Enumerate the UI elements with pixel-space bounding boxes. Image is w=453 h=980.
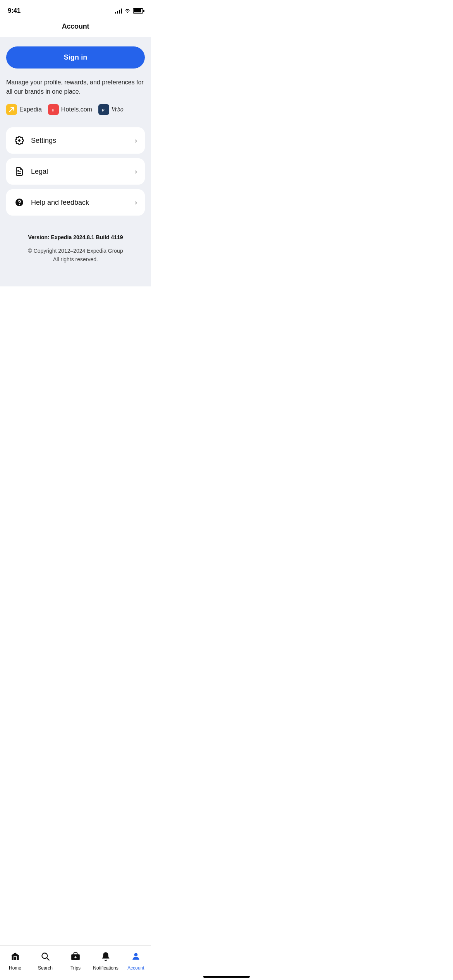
copyright-text: © Copyright 2012–2024 Expedia GroupAll r… bbox=[12, 247, 139, 264]
menu-list: Settings › Legal › bbox=[6, 127, 145, 216]
brand-expedia: Expedia bbox=[6, 104, 42, 115]
svg-text:H: H bbox=[51, 108, 54, 112]
settings-label: Settings bbox=[31, 137, 56, 145]
legal-label: Legal bbox=[31, 168, 48, 176]
help-label: Help and feedback bbox=[31, 199, 89, 207]
main-content: Sign in Manage your profile, rewards, an… bbox=[0, 37, 151, 286]
version-text: Version: Expedia 2024.8.1 Build 4119 bbox=[12, 234, 139, 240]
version-section: Version: Expedia 2024.8.1 Build 4119 © C… bbox=[6, 234, 145, 264]
help-chevron: › bbox=[135, 199, 137, 207]
settings-item-left: Settings bbox=[14, 135, 56, 146]
legal-icon bbox=[14, 166, 25, 177]
battery-icon bbox=[133, 8, 143, 14]
signal-icon bbox=[115, 8, 122, 14]
help-icon bbox=[14, 197, 25, 208]
brand-vrbo: V Vrbo bbox=[98, 104, 124, 115]
settings-menu-item[interactable]: Settings › bbox=[6, 127, 145, 154]
help-item-left: Help and feedback bbox=[14, 197, 89, 208]
status-time: 9:41 bbox=[8, 7, 21, 15]
legal-chevron: › bbox=[135, 168, 137, 176]
hotels-label: Hotels.com bbox=[61, 106, 92, 113]
help-menu-item[interactable]: Help and feedback › bbox=[6, 189, 145, 216]
settings-chevron: › bbox=[135, 137, 137, 145]
vrbo-logo: V bbox=[98, 104, 109, 115]
page-title: Account bbox=[62, 22, 89, 30]
expedia-logo bbox=[6, 104, 17, 115]
status-icons bbox=[115, 8, 143, 14]
settings-icon bbox=[14, 135, 25, 146]
status-bar: 9:41 bbox=[0, 0, 151, 19]
brands-row: Expedia H Hotels.com V Vrbo bbox=[6, 104, 145, 115]
vrbo-label: Vrbo bbox=[112, 106, 124, 113]
signin-button[interactable]: Sign in bbox=[6, 46, 145, 69]
hotels-logo: H bbox=[48, 104, 59, 115]
brand-hotels: H Hotels.com bbox=[48, 104, 92, 115]
page-header: Account bbox=[0, 19, 151, 37]
description-text: Manage your profile, rewards, and prefer… bbox=[6, 78, 145, 96]
legal-item-left: Legal bbox=[14, 166, 48, 177]
legal-menu-item[interactable]: Legal › bbox=[6, 158, 145, 185]
expedia-label: Expedia bbox=[19, 106, 42, 113]
wifi-icon bbox=[124, 9, 130, 13]
